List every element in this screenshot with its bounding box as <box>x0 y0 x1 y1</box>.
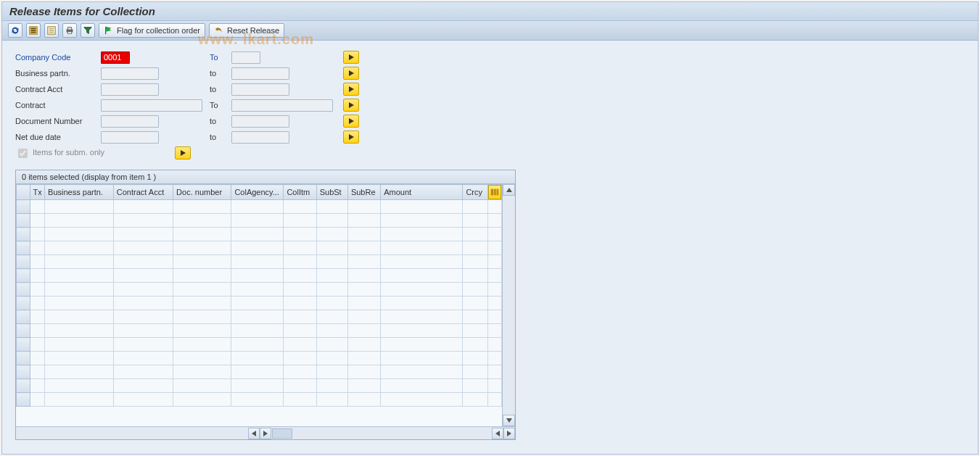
table-row[interactable] <box>17 365 502 379</box>
sel-high-input-3[interactable] <box>231 99 333 112</box>
table-row[interactable] <box>17 255 502 269</box>
table-row[interactable] <box>17 310 502 324</box>
toolbar: Flag for collection order Reset Release <box>2 21 978 41</box>
sel-high-input-1[interactable] <box>231 67 289 80</box>
sel-to-label-0: To <box>210 53 231 62</box>
page-title: Release Items for Collection <box>2 2 978 21</box>
vertical-scrollbar[interactable] <box>502 184 515 426</box>
flag-collection-button[interactable]: Flag for collection order <box>99 23 205 38</box>
svg-rect-13 <box>497 189 499 196</box>
items-subm-only-label: Items for subm. only <box>33 148 104 157</box>
sel-low-input-1[interactable] <box>101 67 159 80</box>
undo-icon <box>214 25 224 36</box>
horizontal-scrollbar[interactable] <box>16 426 515 439</box>
grid-col-6[interactable]: ColItm <box>284 185 316 200</box>
grid-col-2[interactable]: Business partn. <box>45 185 114 200</box>
reset-release-label: Reset Release <box>227 26 279 35</box>
sel-label-0: Company Code <box>15 53 101 62</box>
multiple-selection-button-4[interactable] <box>343 115 359 128</box>
sel-low-input-0[interactable] <box>101 51 130 64</box>
grid-caption: 0 items selected (display from item 1 ) <box>16 170 515 184</box>
grid-col-0[interactable] <box>17 185 30 200</box>
table-row[interactable] <box>17 324 502 338</box>
svg-rect-9 <box>67 28 71 30</box>
sel-high-input-4[interactable] <box>231 115 289 128</box>
multiple-selection-button-1[interactable] <box>343 67 359 80</box>
items-grid: 0 items selected (display from item 1 ) … <box>15 170 516 440</box>
table-row[interactable] <box>17 214 502 228</box>
sel-label-5: Net due date <box>15 133 101 141</box>
sel-low-input-3[interactable] <box>101 99 202 112</box>
table-row[interactable] <box>17 200 502 214</box>
grid-config-icon[interactable] <box>488 185 501 199</box>
flag-icon <box>104 25 114 36</box>
selection-block: Company CodeToBusiness partn.toContract … <box>2 41 978 165</box>
svg-rect-3 <box>31 32 36 33</box>
grid-col-10[interactable]: Crcy <box>463 185 488 200</box>
scroll-down-icon[interactable] <box>503 415 515 426</box>
svg-rect-2 <box>31 30 36 31</box>
grid-col-7[interactable]: SubSt <box>316 185 347 200</box>
sel-high-input-2[interactable] <box>231 83 289 96</box>
grid-col-9[interactable]: Amount <box>381 185 463 200</box>
items-subm-only-opt-button[interactable] <box>175 146 191 159</box>
sel-label-4: Document Number <box>15 117 101 125</box>
svg-rect-10 <box>67 32 71 34</box>
scroll-right-icon[interactable] <box>260 428 271 439</box>
grid-col-1[interactable]: Tx <box>30 185 45 200</box>
table-row[interactable] <box>17 393 502 407</box>
sel-label-1: Business partn. <box>15 69 101 78</box>
grid-col-3[interactable]: Contract Acct <box>113 185 173 200</box>
sel-low-input-2[interactable] <box>101 83 159 96</box>
svg-rect-11 <box>491 189 494 196</box>
grid-col-5[interactable]: ColAgency... <box>231 185 284 200</box>
reset-release-button[interactable]: Reset Release <box>209 23 284 38</box>
sel-to-label-2: to <box>210 85 231 94</box>
multiple-selection-button-5[interactable] <box>343 130 359 144</box>
sel-to-label-1: to <box>210 69 231 78</box>
grid-table[interactable]: TxBusiness partn.Contract AcctDoc. numbe… <box>16 184 502 407</box>
table-row[interactable] <box>17 352 502 365</box>
svg-rect-7 <box>49 32 54 33</box>
deselect-all-icon[interactable] <box>44 23 59 38</box>
svg-rect-1 <box>31 28 36 30</box>
multiple-selection-button-3[interactable] <box>343 99 359 112</box>
table-row[interactable] <box>17 297 502 310</box>
items-subm-only-checkbox[interactable] <box>18 149 28 158</box>
sel-label-3: Contract <box>15 101 101 109</box>
scroll-right2-icon[interactable] <box>503 428 515 439</box>
sel-low-input-5[interactable] <box>101 131 159 144</box>
scroll-left-icon[interactable] <box>248 428 260 439</box>
sel-to-label-3: To <box>210 101 231 109</box>
table-row[interactable] <box>17 283 502 297</box>
print-icon[interactable] <box>62 23 77 38</box>
sel-high-input-5[interactable] <box>231 131 289 144</box>
sel-low-input-4[interactable] <box>101 115 159 128</box>
table-row[interactable] <box>17 338 502 352</box>
sel-to-label-4: to <box>210 117 231 125</box>
scroll-left2-icon[interactable] <box>492 428 503 439</box>
grid-col-4[interactable]: Doc. number <box>173 185 231 200</box>
refresh-icon[interactable] <box>8 23 22 38</box>
grid-col-8[interactable]: SubRe <box>347 185 380 200</box>
svg-rect-5 <box>49 28 54 30</box>
sel-to-label-5: to <box>210 133 231 141</box>
multiple-selection-button-0[interactable] <box>343 51 359 64</box>
sel-high-input-0[interactable] <box>231 51 260 64</box>
multiple-selection-button-2[interactable] <box>343 83 359 96</box>
table-row[interactable] <box>17 269 502 283</box>
table-row[interactable] <box>17 228 502 241</box>
svg-rect-6 <box>49 30 54 31</box>
table-row[interactable] <box>17 379 502 393</box>
filter-icon[interactable] <box>81 23 95 38</box>
select-all-icon[interactable] <box>26 23 41 38</box>
table-row[interactable] <box>17 241 502 255</box>
flag-collection-label: Flag for collection order <box>117 26 200 35</box>
sel-label-2: Contract Acct <box>15 85 101 94</box>
scroll-up-icon[interactable] <box>503 184 515 196</box>
svg-rect-12 <box>495 189 497 196</box>
